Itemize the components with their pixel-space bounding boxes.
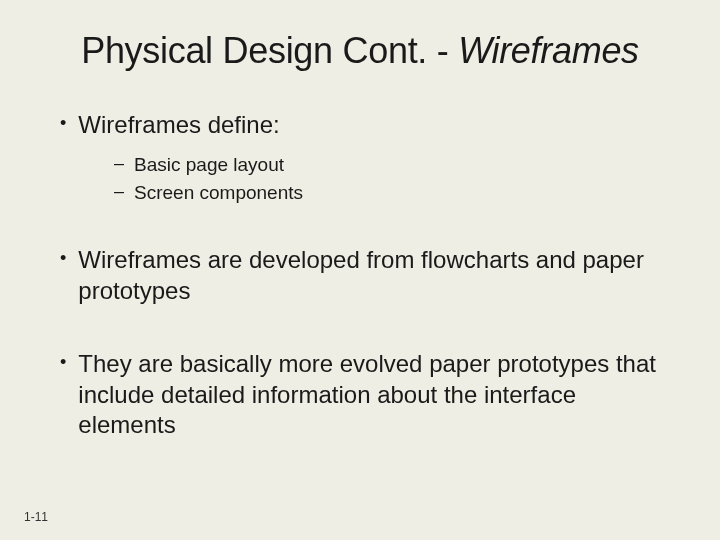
page-number: 1-11 xyxy=(24,510,48,524)
bullet-item: • Wireframes are developed from flowchar… xyxy=(60,245,680,306)
slide-content: • Wireframes define: – Basic page layout… xyxy=(40,110,680,441)
sub-bullet-list: – Basic page layout – Screen components xyxy=(60,153,680,206)
dash-icon: – xyxy=(114,181,124,203)
bullet-text: They are basically more evolved paper pr… xyxy=(78,349,680,441)
sub-bullet-item: – Screen components xyxy=(114,181,680,205)
title-italic-part: Wireframes xyxy=(458,30,639,71)
sub-bullet-item: – Basic page layout xyxy=(114,153,680,177)
bullet-text: Wireframes are developed from flowcharts… xyxy=(78,245,680,306)
bullet-dot-icon: • xyxy=(60,249,66,267)
bullet-text: Wireframes define: xyxy=(78,110,279,141)
slide-title: Physical Design Cont. - Wireframes xyxy=(40,30,680,72)
dash-icon: – xyxy=(114,153,124,175)
bullet-item: • They are basically more evolved paper … xyxy=(60,349,680,441)
sub-bullet-text: Basic page layout xyxy=(134,153,284,177)
slide-container: Physical Design Cont. - Wireframes • Wir… xyxy=(0,0,720,540)
bullet-dot-icon: • xyxy=(60,353,66,371)
bullet-dot-icon: • xyxy=(60,114,66,132)
bullet-item: • Wireframes define: xyxy=(60,110,680,141)
sub-bullet-text: Screen components xyxy=(134,181,303,205)
title-regular-part: Physical Design Cont. - xyxy=(81,30,458,71)
